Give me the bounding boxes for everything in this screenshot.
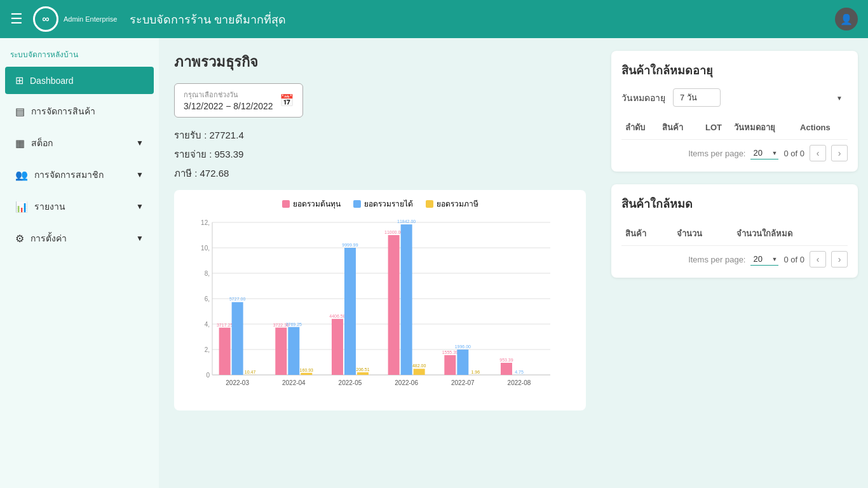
sidebar-item-member[interactable]: 👥 การจัดการสมาชิก ▼: [5, 160, 154, 189]
sidebar-item-report[interactable]: 📊 รายงาน ▼: [5, 192, 154, 221]
svg-rect-39: [401, 224, 412, 375]
sidebar-item-label: สต็อก: [31, 136, 53, 150]
main-content: ภาพรวมธุรกิจ กรุณาเลือกช่วงวัน 3/12/2022…: [159, 38, 601, 488]
expiry-table: ลำดับ สินค้า LOT วันหมดอายุ Actions: [621, 116, 848, 140]
chevron-down-icon: ▼: [136, 139, 144, 147]
sidebar-item-label: รายงาน: [34, 200, 65, 214]
svg-text:5727.00: 5727.00: [229, 297, 245, 301]
date-picker-value: 3/12/2022 − 8/12/2022: [184, 101, 273, 111]
col-near-empty: จำนวนใกล้หมด: [733, 222, 848, 246]
dashboard-icon: ⊞: [15, 74, 24, 86]
svg-rect-23: [275, 328, 287, 375]
svg-rect-18: [232, 302, 243, 375]
sidebar-item-dashboard[interactable]: ⊞ Dashboard: [5, 67, 154, 94]
tax-stat: ภาษี : 472.68: [174, 166, 586, 181]
legend-cost-dot: [282, 200, 290, 208]
expiry-pagination-count: 0 of 0: [783, 149, 804, 158]
svg-text:1996.00: 1996.00: [455, 344, 471, 349]
sidebar: ระบบจัดการหลังบ้าน ⊞ Dashboard ▤ การจัดก…: [0, 38, 159, 488]
low-stock-section: สินค้าใกล้หมด สินค้า จำนวน จำนวนใกล้หมด …: [611, 184, 858, 278]
svg-text:11000.00: 11000.00: [384, 230, 403, 234]
legend-revenue: ยอดรวมรายได้: [353, 198, 413, 210]
chart-legend: ยอดรวมต้นทุน ยอดรวมรายได้ ยอดรวมภาษี: [182, 198, 578, 210]
svg-rect-27: [301, 373, 312, 375]
svg-text:160.93: 160.93: [300, 368, 314, 372]
lowstock-pagination-count: 0 of 0: [783, 255, 804, 264]
expire-filter: วันหมดอายุ 7 วัน 14 วัน 30 วัน: [621, 88, 848, 107]
svg-text:2022-06: 2022-06: [395, 379, 418, 386]
legend-cost: ยอดรวมต้นทุน: [282, 198, 341, 210]
date-picker[interactable]: กรุณาเลือกช่วงวัน 3/12/2022 − 8/12/2022 …: [174, 83, 303, 118]
legend-tax-label: ยอดรวมภาษี: [437, 198, 478, 210]
svg-text:953.39: 953.39: [499, 358, 513, 362]
topnav: ☰ ∞ Admin Enterprise ระบบจัดการร้าน ขายด…: [0, 0, 868, 38]
expiry-page-select-wrap: 2050100: [750, 147, 778, 159]
logo-text: Admin Enterprise: [64, 15, 117, 24]
svg-text:2022-03: 2022-03: [226, 379, 249, 386]
svg-text:10.47: 10.47: [245, 370, 256, 374]
svg-rect-37: [388, 235, 400, 375]
menu-icon[interactable]: ☰: [10, 11, 23, 27]
chevron-down-icon: ▼: [136, 202, 144, 211]
member-icon: 👥: [15, 169, 28, 181]
chart-area: ยอดรวมต้นทุน ยอดรวมรายได้ ยอดรวมภาษี 02,…: [174, 190, 586, 410]
svg-text:206.51: 206.51: [356, 367, 370, 372]
expiry-next-button[interactable]: ›: [831, 145, 848, 161]
svg-text:1.96: 1.96: [471, 370, 480, 374]
calendar-icon[interactable]: 📅: [280, 93, 294, 107]
expire-select[interactable]: 7 วัน 14 วัน 30 วัน: [673, 88, 721, 107]
svg-text:6,: 6,: [205, 295, 210, 302]
svg-text:12,: 12,: [201, 219, 210, 226]
svg-text:3717.25: 3717.25: [217, 323, 233, 327]
svg-rect-16: [219, 328, 231, 375]
stats-section: รายรับ : 27721.4 รายจ่าย : 953.39 ภาษี :…: [174, 128, 586, 181]
lowstock-page-select-wrap: 2050100: [750, 253, 778, 266]
svg-text:2022-04: 2022-04: [282, 379, 306, 386]
svg-rect-32: [344, 248, 356, 375]
income-stat: รายรับ : 27721.4: [174, 128, 586, 143]
sidebar-item-label: การจัดการสมาชิก: [34, 168, 104, 182]
col-product: สินค้า: [658, 116, 697, 140]
expiry-prev-button[interactable]: ‹: [810, 145, 826, 161]
svg-text:4.75: 4.75: [515, 370, 524, 374]
expense-stat: รายจ่าย : 953.39: [174, 147, 586, 162]
lowstock-prev-button[interactable]: ‹: [810, 251, 826, 268]
svg-text:2,: 2,: [205, 346, 210, 353]
col-actions: Actions: [796, 116, 848, 140]
sidebar-item-stock[interactable]: ▦ สต็อก ▼: [5, 128, 154, 158]
sidebar-item-settings[interactable]: ⚙ การตั้งค่า ▼: [5, 224, 154, 253]
sidebar-item-product[interactable]: ▤ การจัดการสินค้า: [5, 97, 154, 126]
svg-text:2022-05: 2022-05: [339, 379, 362, 386]
legend-revenue-label: ยอดรวมรายได้: [364, 198, 413, 210]
lowstock-next-button[interactable]: ›: [831, 251, 848, 268]
svg-rect-25: [288, 327, 299, 375]
svg-text:2022-08: 2022-08: [508, 379, 531, 386]
logo: ∞ Admin Enterprise: [33, 6, 117, 32]
expiry-section: สินค้าใกล้หมดอายุ วันหมดอายุ 7 วัน 14 วั…: [611, 51, 858, 172]
expiry-page-select[interactable]: 2050100: [750, 147, 778, 159]
legend-tax-dot: [426, 200, 433, 208]
user-avatar[interactable]: 👤: [835, 8, 858, 30]
legend-cost-label: ยอดรวมต้นทุน: [293, 198, 341, 210]
date-picker-label: กรุณาเลือกช่วงวัน: [184, 89, 273, 100]
svg-text:4,: 4,: [205, 321, 210, 328]
svg-text:4406.58: 4406.58: [329, 314, 345, 318]
col-index: ลำดับ: [621, 116, 658, 140]
col-expiry: วันหมดอายุ: [730, 116, 796, 140]
sidebar-item-label: Dashboard: [30, 76, 74, 86]
chevron-down-icon: ▼: [136, 170, 144, 179]
svg-text:0: 0: [206, 372, 210, 379]
lowstock-page-select[interactable]: 2050100: [750, 253, 778, 266]
expire-filter-label: วันหมดอายุ: [621, 91, 665, 105]
svg-text:3769.25: 3769.25: [286, 322, 302, 327]
svg-text:11842.00: 11842.00: [397, 219, 416, 224]
sidebar-section-label: ระบบจัดการหลังบ้าน: [0, 38, 159, 65]
product-icon: ▤: [15, 105, 25, 118]
sidebar-item-label: การตั้งค่า: [31, 231, 67, 245]
svg-rect-30: [332, 319, 343, 375]
svg-text:8,: 8,: [205, 270, 210, 277]
right-panel: สินค้าใกล้หมดอายุ วันหมดอายุ 7 วัน 14 วั…: [601, 38, 868, 488]
svg-rect-41: [414, 369, 425, 375]
col-qty: จำนวน: [673, 222, 733, 246]
sidebar-item-label: การจัดการสินค้า: [31, 104, 95, 118]
